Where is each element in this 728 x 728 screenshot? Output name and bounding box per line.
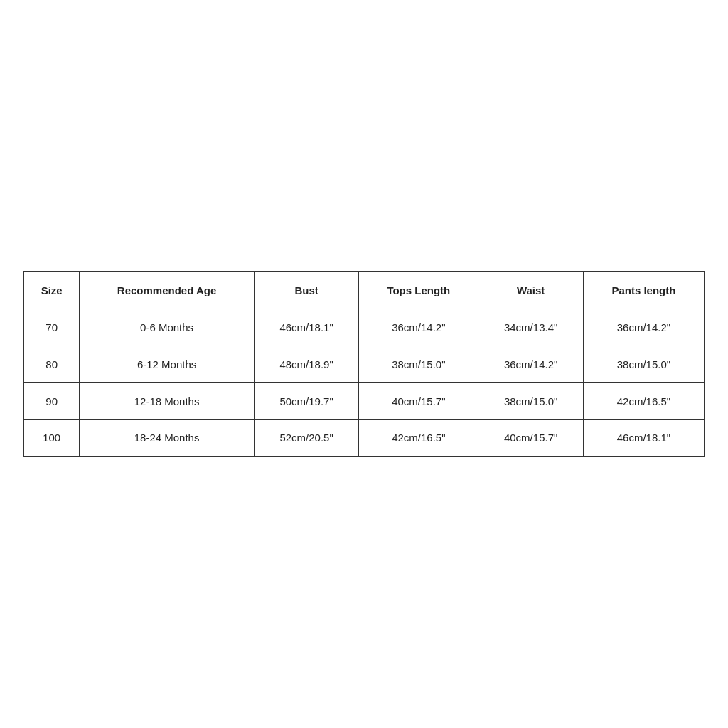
cell-waist: 40cm/15.7" bbox=[478, 419, 583, 456]
cell-pants-length: 36cm/14.2" bbox=[583, 309, 705, 346]
table-row: 700-6 Months46cm/18.1"36cm/14.2"34cm/13.… bbox=[23, 309, 705, 346]
cell-waist: 38cm/15.0" bbox=[478, 382, 583, 419]
header-tops-length: Tops Length bbox=[359, 272, 478, 309]
cell-age: 12-18 Months bbox=[80, 382, 255, 419]
table-row: 9012-18 Months50cm/19.7"40cm/15.7"38cm/1… bbox=[23, 382, 705, 419]
table-row: 806-12 Months48cm/18.9"38cm/15.0"36cm/14… bbox=[23, 346, 705, 382]
cell-age: 0-6 Months bbox=[80, 309, 255, 346]
cell-age: 18-24 Months bbox=[80, 419, 255, 456]
header-recommended-age: Recommended Age bbox=[80, 272, 255, 309]
cell-bust: 46cm/18.1" bbox=[254, 309, 358, 346]
cell-tops-length: 42cm/16.5" bbox=[359, 419, 478, 456]
cell-tops-length: 38cm/15.0" bbox=[359, 346, 478, 382]
header-waist: Waist bbox=[478, 272, 583, 309]
cell-size: 90 bbox=[23, 382, 80, 419]
cell-size: 80 bbox=[23, 346, 80, 382]
header-bust: Bust bbox=[254, 272, 358, 309]
table-row: 10018-24 Months52cm/20.5"42cm/16.5"40cm/… bbox=[23, 419, 705, 456]
table-header-row: Size Recommended Age Bust Tops Length Wa… bbox=[23, 272, 705, 309]
cell-pants-length: 46cm/18.1" bbox=[583, 419, 705, 456]
cell-bust: 48cm/18.9" bbox=[254, 346, 358, 382]
cell-waist: 36cm/14.2" bbox=[478, 346, 583, 382]
cell-age: 6-12 Months bbox=[80, 346, 255, 382]
cell-bust: 50cm/19.7" bbox=[254, 382, 358, 419]
header-pants-length: Pants length bbox=[583, 272, 705, 309]
size-chart-table: Size Recommended Age Bust Tops Length Wa… bbox=[23, 271, 705, 457]
cell-size: 70 bbox=[23, 309, 80, 346]
cell-bust: 52cm/20.5" bbox=[254, 419, 358, 456]
cell-pants-length: 38cm/15.0" bbox=[583, 346, 705, 382]
cell-size: 100 bbox=[23, 419, 80, 456]
size-chart-container: Size Recommended Age Bust Tops Length Wa… bbox=[23, 271, 705, 457]
cell-tops-length: 36cm/14.2" bbox=[359, 309, 478, 346]
cell-waist: 34cm/13.4" bbox=[478, 309, 583, 346]
cell-pants-length: 42cm/16.5" bbox=[583, 382, 705, 419]
cell-tops-length: 40cm/15.7" bbox=[359, 382, 478, 419]
header-size: Size bbox=[23, 272, 80, 309]
